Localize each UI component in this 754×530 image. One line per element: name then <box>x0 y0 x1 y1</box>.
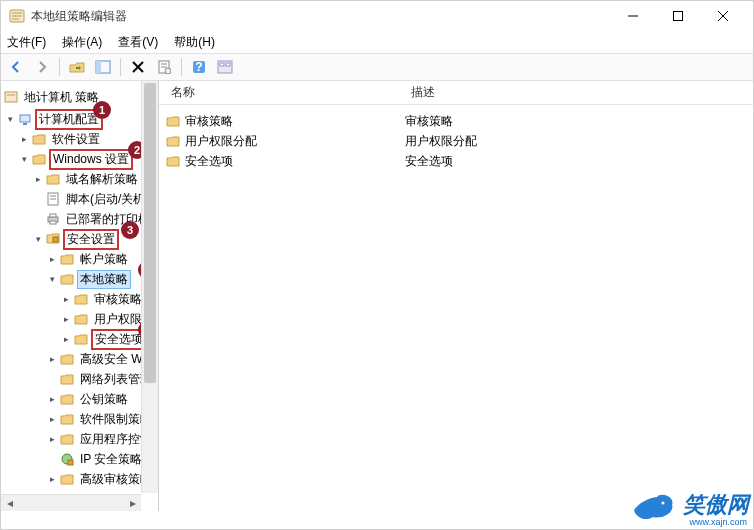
folder-icon <box>59 272 75 286</box>
expand-icon[interactable]: ▸ <box>45 352 59 366</box>
tree-item-windows-settings[interactable]: Windows 设置 <box>49 149 133 170</box>
svg-text:?: ? <box>195 60 202 74</box>
expand-icon[interactable]: ▸ <box>45 392 59 406</box>
expand-icon[interactable]: ▸ <box>31 172 45 186</box>
toolbar-separator <box>120 58 121 76</box>
list-item-desc: 用户权限分配 <box>405 133 477 150</box>
watermark-logo-icon <box>629 485 677 525</box>
expand-icon[interactable]: ▸ <box>59 312 73 326</box>
tree-horizontal-scrollbar[interactable]: ◂ ▸ <box>1 494 141 511</box>
folder-icon <box>59 432 75 446</box>
tree-item-local-policy[interactable]: 本地策略 <box>77 270 131 289</box>
title-bar: 本地组策略编辑器 <box>1 1 753 31</box>
properties-button[interactable] <box>153 56 175 78</box>
collapse-icon[interactable]: ▾ <box>31 232 45 246</box>
list-item[interactable]: 安全选项 安全选项 <box>159 151 753 171</box>
expand-icon[interactable]: ▸ <box>45 472 59 486</box>
list-item-name: 用户权限分配 <box>185 133 257 150</box>
folder-icon <box>59 372 75 386</box>
expand-icon[interactable]: ▾ <box>3 112 17 126</box>
tree-vertical-scrollbar[interactable] <box>141 81 158 493</box>
minimize-button[interactable] <box>610 1 655 31</box>
list-pane: 名称 描述 审核策略 审核策略 用户权限分配 用户权限分配 <box>159 81 753 511</box>
list-item-desc: 安全选项 <box>405 153 453 170</box>
tree-item-scripts[interactable]: 脚本(启动/关机) <box>63 190 152 209</box>
folder-icon <box>165 154 181 168</box>
tree-item-software-settings[interactable]: 软件设置 <box>49 130 103 149</box>
folder-icon <box>31 152 47 166</box>
column-header-name[interactable]: 名称 <box>159 84 399 101</box>
collapse-icon[interactable]: ▾ <box>45 272 59 286</box>
svg-rect-9 <box>96 61 101 73</box>
folder-icon <box>73 312 89 326</box>
scroll-right-arrow[interactable]: ▸ <box>124 495 141 512</box>
menu-file[interactable]: 文件(F) <box>7 34 46 51</box>
toolbar-separator <box>181 58 182 76</box>
help-button[interactable]: ? <box>188 56 210 78</box>
tree-item-root[interactable]: 地计算机 策略 <box>21 88 102 107</box>
svg-rect-23 <box>20 115 30 122</box>
expand-icon[interactable]: ▸ <box>45 432 59 446</box>
scroll-left-arrow[interactable]: ◂ <box>1 495 18 512</box>
scrollbar-thumb[interactable] <box>144 83 156 383</box>
tree-pane: 地计算机 策略 ▾ 计算机配置 ▸ 软件设置 ▾ Windows 设置 <box>1 81 159 511</box>
toolbar: ? <box>1 53 753 81</box>
show-hide-tree-button[interactable] <box>92 56 114 78</box>
svg-rect-5 <box>673 12 682 21</box>
forward-button[interactable] <box>31 56 53 78</box>
script-icon <box>45 192 61 206</box>
delete-button[interactable] <box>127 56 149 78</box>
svg-rect-19 <box>220 63 224 66</box>
step-badge-3: 3 <box>121 221 139 239</box>
close-button[interactable] <box>700 1 745 31</box>
expand-icon[interactable]: ▸ <box>59 292 73 306</box>
tree-item-printers[interactable]: 已部署的打印机 <box>63 210 153 229</box>
menu-view[interactable]: 查看(V) <box>118 34 158 51</box>
folder-icon <box>59 472 75 486</box>
tree-item-public-key[interactable]: 公钥策略 <box>77 390 131 409</box>
folder-icon <box>59 352 75 366</box>
svg-rect-24 <box>23 123 27 125</box>
tree[interactable]: 地计算机 策略 ▾ 计算机配置 ▸ 软件设置 ▾ Windows 设置 <box>1 81 158 495</box>
tree-item-audit-policy[interactable]: 审核策略 <box>91 290 145 309</box>
svg-rect-33 <box>68 460 73 465</box>
expand-icon[interactable]: ▸ <box>59 332 73 346</box>
tree-item-account-policy[interactable]: 帐户策略 <box>77 250 131 269</box>
folder-icon <box>59 252 75 266</box>
tree-item-security-settings[interactable]: 安全设置 <box>63 229 119 250</box>
maximize-button[interactable] <box>655 1 700 31</box>
window-title: 本地组策略编辑器 <box>31 8 610 25</box>
filter-button[interactable] <box>214 56 236 78</box>
svg-rect-20 <box>226 63 230 66</box>
content-area: 地计算机 策略 ▾ 计算机配置 ▸ 软件设置 ▾ Windows 设置 <box>1 81 753 511</box>
svg-rect-30 <box>50 221 56 224</box>
list-item[interactable]: 审核策略 审核策略 <box>159 111 753 131</box>
printer-icon <box>45 212 61 226</box>
expand-icon[interactable]: ▸ <box>45 412 59 426</box>
back-button[interactable] <box>5 56 27 78</box>
policy-icon <box>3 90 19 104</box>
svg-rect-31 <box>53 237 58 242</box>
expand-icon[interactable]: ▸ <box>45 252 59 266</box>
list-item-name: 安全选项 <box>185 153 233 170</box>
collapse-icon[interactable]: ▾ <box>17 152 31 166</box>
list-item[interactable]: 用户权限分配 用户权限分配 <box>159 131 753 151</box>
folder-icon <box>59 392 75 406</box>
svg-rect-29 <box>50 214 56 217</box>
toolbar-separator <box>59 58 60 76</box>
step-badge-1: 1 <box>93 101 111 119</box>
folder-icon <box>73 292 89 306</box>
folder-icon <box>165 134 181 148</box>
up-folder-button[interactable] <box>66 56 88 78</box>
list-item-name: 审核策略 <box>185 113 233 130</box>
list-body[interactable]: 审核策略 审核策略 用户权限分配 用户权限分配 安全选项 安全选项 <box>159 105 753 511</box>
column-header-desc[interactable]: 描述 <box>399 84 447 101</box>
expand-icon[interactable]: ▸ <box>17 132 31 146</box>
watermark: 笑傲网 www.xajn.com <box>629 485 749 525</box>
menu-bar: 文件(F) 操作(A) 查看(V) 帮助(H) <box>1 31 753 53</box>
menu-help[interactable]: 帮助(H) <box>174 34 215 51</box>
watermark-text: 笑傲网 <box>683 490 749 520</box>
tree-item-dns-policy[interactable]: 域名解析策略 <box>63 170 141 189</box>
menu-action[interactable]: 操作(A) <box>62 34 102 51</box>
folder-icon <box>59 412 75 426</box>
